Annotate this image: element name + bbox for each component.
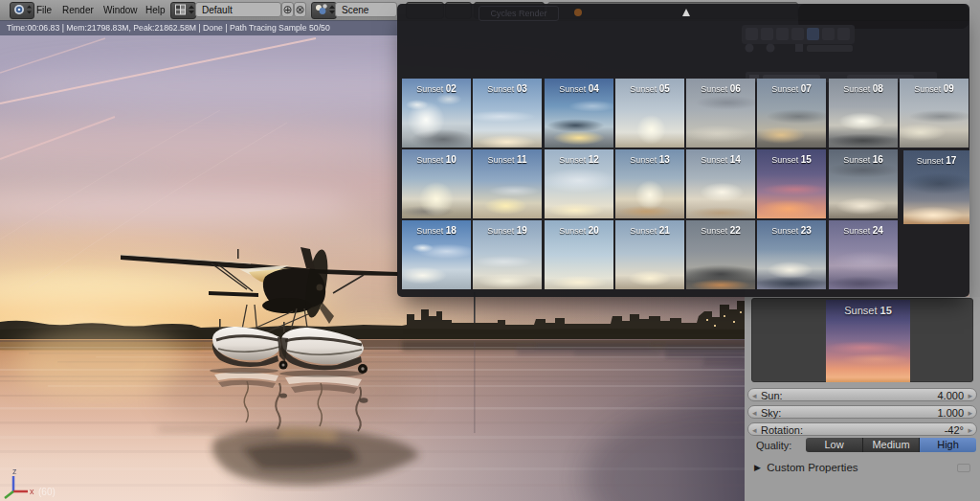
svg-text:(60): (60) <box>38 487 56 497</box>
svg-text:x: x <box>30 487 34 496</box>
svg-text:z: z <box>12 467 17 476</box>
